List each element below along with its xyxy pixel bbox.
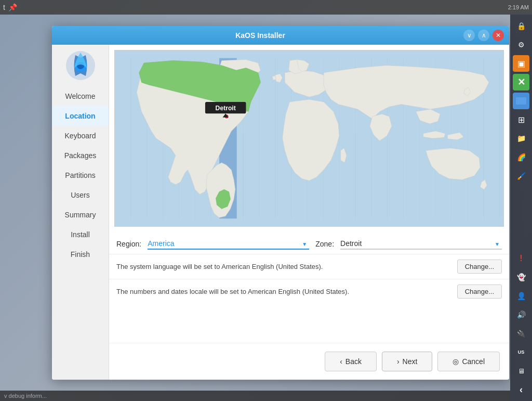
nav-packages-label: Packages <box>64 151 96 160</box>
nav-summary-label: Summary <box>65 211 96 219</box>
sidebar-locale-icon[interactable]: US <box>513 344 529 360</box>
locale-label: US <box>518 350 525 355</box>
nav-users-label: Users <box>71 191 90 199</box>
debug-text: v debug inform... <box>4 393 47 399</box>
region-label: Region: <box>116 240 141 248</box>
language-info-text: The system language will be set to Ameri… <box>116 263 451 270</box>
close-icon: ✕ <box>496 32 501 39</box>
taskbar-top-left: t 📌 <box>3 3 17 11</box>
nav-location-label: Location <box>65 112 95 120</box>
sidebar-volume-icon[interactable] <box>513 306 529 323</box>
language-info-row: The system language will be set to Ameri… <box>109 254 509 279</box>
nav-item-finish[interactable]: Finish <box>52 244 109 264</box>
sidebar-monitor-icon[interactable] <box>513 363 529 379</box>
next-button[interactable]: › Next <box>382 352 432 371</box>
title-bar-right-controls: ∨ ∧ ✕ <box>463 30 504 41</box>
back-label: Back <box>345 357 362 366</box>
sidebar-ghost-icon[interactable] <box>513 269 529 286</box>
sidebar-alert-icon[interactable]: ! <box>513 250 529 267</box>
region-select[interactable]: America <box>148 238 309 250</box>
debug-bar: v debug inform... <box>0 391 510 401</box>
sidebar-green-icon[interactable]: ✕ <box>513 74 529 90</box>
minimize-icon: ∨ <box>467 32 472 39</box>
locale-info-text: The numbers and dates locale will be set… <box>116 288 451 295</box>
sidebar-grid-icon[interactable] <box>513 111 529 128</box>
minimize-button[interactable]: ∨ <box>463 30 475 41</box>
sidebar-usb-icon[interactable] <box>513 325 529 342</box>
nav-item-install[interactable]: Install <box>52 225 109 244</box>
action-row: ‹ Back › Next ◎ Cancel <box>109 343 509 380</box>
region-select-wrap: America ▼ <box>148 238 309 250</box>
window-title: KaOS Installer <box>57 31 463 40</box>
sidebar-user-icon[interactable] <box>513 288 529 304</box>
title-bar: KaOS Installer ∨ ∧ ✕ <box>52 26 509 45</box>
nav-item-packages[interactable]: Packages <box>52 146 109 165</box>
kaos-logo <box>65 50 96 81</box>
sidebar-rainbow-icon[interactable] <box>513 149 529 165</box>
nav-welcome-label: Welcome <box>65 92 95 100</box>
zone-select[interactable]: Detroit <box>340 238 502 250</box>
nav-partitions-label: Partitions <box>65 171 95 179</box>
cancel-button[interactable]: ◎ Cancel <box>437 352 500 371</box>
cancel-label: Cancel <box>462 357 485 366</box>
world-map[interactable]: Detroit <box>115 50 503 226</box>
svg-text:Detroit: Detroit <box>216 105 236 112</box>
nav-keyboard-label: Keyboard <box>65 132 96 140</box>
cancel-icon: ◎ <box>453 357 459 366</box>
taskbar-app-icon[interactable]: t <box>3 3 5 11</box>
nav-finish-label: Finish <box>71 250 90 258</box>
nav-item-partitions[interactable]: Partitions <box>52 165 109 185</box>
taskbar-pin-icon[interactable]: 📌 <box>8 3 17 11</box>
installer-sidebar: Welcome Location Keyboard Packages Parti… <box>52 45 109 380</box>
sidebar-orange-icon[interactable] <box>513 55 529 72</box>
sidebar-paint-icon[interactable]: 🖌️ <box>513 167 529 184</box>
nav-item-summary[interactable]: Summary <box>52 205 109 225</box>
back-icon: ‹ <box>340 357 342 366</box>
change-locale-button[interactable]: Change... <box>457 284 502 299</box>
taskbar-top-right: 2:19 AM <box>508 4 529 10</box>
sidebar-right: ✕ 🖌️ ! US <box>510 15 532 401</box>
maximize-button[interactable]: ∧ <box>478 30 489 41</box>
sidebar-chevron-icon[interactable] <box>513 381 529 398</box>
maximize-icon: ∧ <box>482 32 486 39</box>
taskbar-top: t 📌 2:19 AM <box>0 0 532 15</box>
sidebar-lock-icon[interactable] <box>513 18 529 34</box>
installer-window: KaOS Installer ∨ ∧ ✕ <box>52 26 509 380</box>
nav-item-location[interactable]: Location <box>52 106 109 126</box>
sidebar-settings-icon[interactable] <box>513 36 529 53</box>
sidebar-folder-icon[interactable] <box>513 130 529 147</box>
content-spacer <box>109 304 509 343</box>
close-button[interactable]: ✕ <box>493 30 504 41</box>
map-container[interactable]: Detroit <box>114 50 504 227</box>
zone-label: Zone: <box>315 240 334 248</box>
region-zone-row: Region: America ▼ Zone: Detroit ▼ <box>109 232 509 254</box>
nav-item-keyboard[interactable]: Keyboard <box>52 126 109 146</box>
nav-item-welcome[interactable]: Welcome <box>52 86 109 106</box>
nav-item-users[interactable]: Users <box>52 185 109 205</box>
next-label: Next <box>403 357 418 366</box>
change-language-button[interactable]: Change... <box>457 260 502 274</box>
nav-install-label: Install <box>71 230 90 239</box>
sidebar-blue-active-icon[interactable] <box>513 93 529 109</box>
next-icon: › <box>397 357 400 366</box>
desktop: t 📌 2:19 AM ✕ 🖌️ ! US <box>0 0 532 401</box>
installer-body: Welcome Location Keyboard Packages Parti… <box>52 45 509 380</box>
locale-info-row: The numbers and dates locale will be set… <box>109 279 509 304</box>
installer-content: Detroit Region: America ▼ Zone: <box>109 45 509 380</box>
back-button[interactable]: ‹ Back <box>325 352 377 371</box>
taskbar-time: 2:19 AM <box>508 4 529 10</box>
zone-select-wrap: Detroit ▼ <box>340 238 502 250</box>
